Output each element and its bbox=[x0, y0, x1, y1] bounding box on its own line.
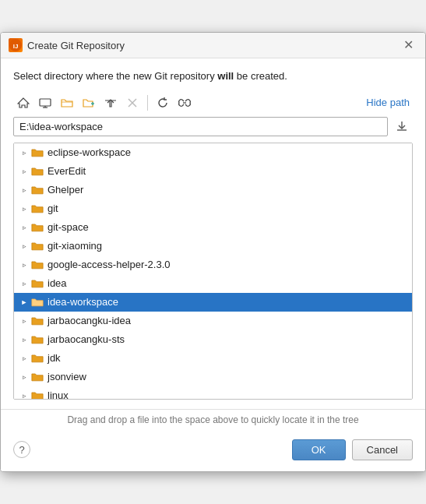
tree-item-arrow: ▹ bbox=[19, 372, 30, 382]
new-folder-icon bbox=[83, 97, 95, 109]
svg-text:IJ: IJ bbox=[13, 43, 19, 50]
folder-icon bbox=[31, 166, 44, 177]
tree-item-name: git-space bbox=[48, 221, 89, 233]
tree-item-arrow: ▹ bbox=[19, 315, 30, 326]
dialog-footer: ? OK Cancel bbox=[1, 432, 425, 471]
tree-item[interactable]: ▹ jarbaocangku-sts bbox=[14, 330, 412, 349]
tree-item[interactable]: ▹ idea bbox=[14, 274, 412, 293]
path-row bbox=[13, 117, 413, 136]
tree-item[interactable]: ▹ git-xiaoming bbox=[14, 237, 412, 256]
tree-item[interactable]: ▹ eclipse-workspace bbox=[14, 143, 412, 162]
tree-item-arrow: ▹ bbox=[19, 241, 30, 252]
tree-item-arrow: ▹ bbox=[19, 259, 30, 270]
drag-hint-text: Drag and drop a file into the space abov… bbox=[1, 409, 425, 432]
link-button[interactable] bbox=[174, 93, 195, 112]
up-button[interactable] bbox=[100, 93, 121, 112]
folder-icon bbox=[31, 241, 44, 252]
dialog-body: Select directory where the new Git repos… bbox=[1, 58, 425, 408]
title-bar-left: IJ Create Git Repository bbox=[9, 38, 125, 52]
tree-item-arrow: ▹ bbox=[19, 185, 30, 196]
tree-item[interactable]: ▹ jdk bbox=[14, 349, 412, 368]
tree-item-arrow: ▹ bbox=[19, 390, 30, 400]
description-bold: will bbox=[217, 70, 234, 82]
file-toolbar: Hide path bbox=[13, 93, 413, 112]
tree-item[interactable]: ▹ EverEdit bbox=[14, 162, 412, 181]
refresh-icon bbox=[157, 97, 169, 109]
refresh-button[interactable] bbox=[153, 93, 173, 112]
delete-button[interactable] bbox=[122, 93, 143, 112]
tree-item-name: git-xiaoming bbox=[48, 240, 102, 252]
link-icon bbox=[178, 97, 191, 109]
folder-icon bbox=[31, 278, 44, 289]
download-icon bbox=[396, 120, 408, 132]
folder-icon bbox=[31, 203, 44, 214]
description-text: Select directory where the new Git repos… bbox=[13, 69, 413, 83]
title-bar: IJ Create Git Repository ✕ bbox=[1, 33, 425, 58]
help-button[interactable]: ? bbox=[13, 441, 30, 458]
folder-icon bbox=[31, 259, 44, 270]
folder-icon bbox=[31, 147, 44, 158]
tree-item-name: idea-workspace bbox=[48, 296, 118, 308]
path-download-button[interactable] bbox=[391, 117, 413, 136]
dialog-title: Create Git Repository bbox=[27, 40, 125, 51]
tree-item-arrow: ▹ bbox=[19, 353, 30, 364]
footer-buttons: OK Cancel bbox=[292, 439, 413, 460]
tree-item[interactable]: ▹ linux bbox=[14, 386, 412, 400]
tree-item-arrow: ▹ bbox=[19, 203, 30, 214]
path-input[interactable] bbox=[13, 117, 388, 136]
tree-item-arrow: ▹ bbox=[19, 166, 30, 177]
tree-item[interactable]: ▹ git-space bbox=[14, 218, 412, 237]
description-post: be created. bbox=[234, 70, 287, 82]
desktop-icon bbox=[39, 97, 51, 109]
description-pre: Select directory where the new Git repos… bbox=[13, 70, 217, 82]
desktop-button[interactable] bbox=[35, 93, 55, 112]
up-icon bbox=[104, 97, 117, 109]
tree-item[interactable]: ▹ jsonview bbox=[14, 368, 412, 386]
ok-button[interactable]: OK bbox=[292, 439, 346, 460]
tree-item-name: jsonview bbox=[48, 371, 86, 382]
new-folder-button[interactable] bbox=[79, 93, 99, 112]
folder-icon bbox=[31, 372, 44, 382]
tree-item[interactable]: ▹ google-access-helper-2.3.0 bbox=[14, 256, 412, 274]
folder-icon bbox=[31, 353, 44, 364]
tree-item-name: linux bbox=[48, 389, 69, 400]
tree-item[interactable]: ▹ Ghelper bbox=[14, 181, 412, 199]
hide-path-button[interactable]: Hide path bbox=[363, 95, 413, 110]
app-icon: IJ bbox=[9, 38, 23, 52]
tree-item-name: EverEdit bbox=[48, 165, 86, 177]
tree-item-arrow: ▹ bbox=[19, 278, 30, 289]
tree-item-name: jarbaocangku-idea bbox=[48, 315, 131, 326]
tree-item[interactable]: ▹ git bbox=[14, 199, 412, 218]
folder-button[interactable] bbox=[57, 93, 77, 112]
folder-icon bbox=[31, 185, 44, 196]
directory-tree[interactable]: ▹ eclipse-workspace▹ EverEdit▹ Ghelper▹ … bbox=[13, 143, 413, 400]
cancel-button[interactable]: Cancel bbox=[352, 439, 413, 460]
tree-item-arrow: ▹ bbox=[19, 222, 30, 233]
tree-item-arrow: ► bbox=[19, 297, 30, 308]
tree-item-name: git bbox=[48, 203, 58, 214]
home-button[interactable] bbox=[13, 93, 33, 112]
folder-icon bbox=[31, 334, 44, 345]
tree-item-name: eclipse-workspace bbox=[48, 146, 131, 158]
tree-item-name: jarbaocangku-sts bbox=[48, 333, 125, 345]
delete-icon bbox=[126, 97, 139, 109]
folder-icon bbox=[31, 297, 44, 308]
tree-item[interactable]: ▹ jarbaocangku-idea bbox=[14, 312, 412, 330]
toolbar-separator bbox=[147, 95, 148, 111]
tree-item-name: Ghelper bbox=[48, 184, 83, 196]
close-button[interactable]: ✕ bbox=[400, 37, 417, 53]
tree-item[interactable]: ► idea-workspace bbox=[14, 293, 412, 312]
svg-marker-2 bbox=[18, 98, 29, 107]
tree-item-name: idea bbox=[48, 277, 67, 289]
tree-item-arrow: ▹ bbox=[19, 147, 30, 158]
tree-item-arrow: ▹ bbox=[19, 334, 30, 345]
svg-rect-3 bbox=[40, 99, 51, 106]
tree-item-name: google-access-helper-2.3.0 bbox=[48, 259, 171, 270]
tree-item-name: jdk bbox=[48, 352, 61, 364]
folder-icon bbox=[31, 390, 44, 400]
folder-open-icon bbox=[61, 97, 73, 109]
home-icon bbox=[17, 97, 30, 109]
create-git-repository-dialog: IJ Create Git Repository ✕ Select direct… bbox=[0, 32, 426, 471]
folder-icon bbox=[31, 222, 44, 233]
folder-icon bbox=[31, 315, 44, 326]
